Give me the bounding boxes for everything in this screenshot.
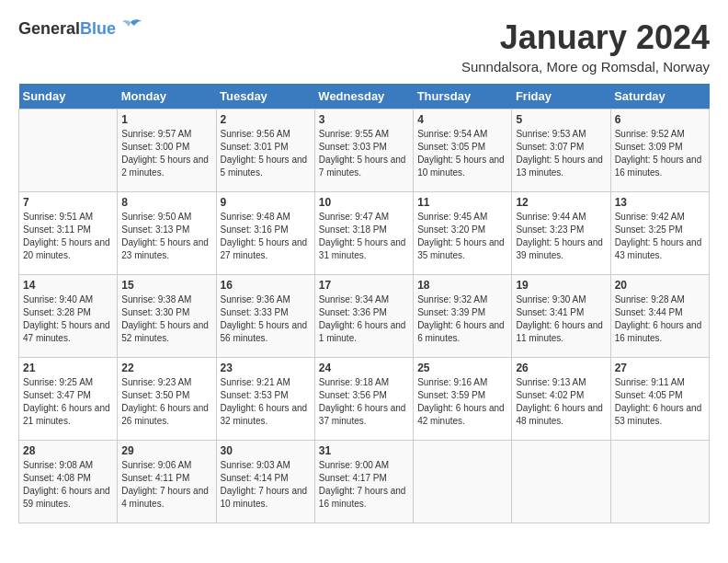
weekday-header-saturday: Saturday bbox=[610, 84, 709, 109]
day-number: 13 bbox=[615, 196, 705, 209]
day-number: 16 bbox=[221, 279, 311, 292]
calendar-cell: 20Sunrise: 9:28 AMSunset: 3:44 PMDayligh… bbox=[610, 275, 709, 358]
day-info: Sunrise: 9:50 AMSunset: 3:13 PMDaylight:… bbox=[121, 211, 211, 262]
day-info: Sunrise: 9:40 AMSunset: 3:28 PMDaylight:… bbox=[23, 293, 113, 345]
calendar-cell: 2Sunrise: 9:56 AMSunset: 3:01 PMDaylight… bbox=[216, 109, 314, 192]
calendar-cell: 8Sunrise: 9:50 AMSunset: 3:13 PMDaylight… bbox=[118, 192, 216, 275]
calendar-cell: 9Sunrise: 9:48 AMSunset: 3:16 PMDaylight… bbox=[216, 192, 314, 275]
day-number: 14 bbox=[23, 279, 113, 292]
calendar-cell: 1Sunrise: 9:57 AMSunset: 3:00 PMDaylight… bbox=[118, 109, 216, 192]
logo: General Blue bbox=[18, 18, 143, 39]
calendar-week-row: 7Sunrise: 9:51 AMSunset: 3:11 PMDaylight… bbox=[19, 192, 710, 275]
day-number: 25 bbox=[417, 362, 507, 374]
day-number: 3 bbox=[319, 113, 409, 126]
day-info: Sunrise: 9:45 AMSunset: 3:20 PMDaylight:… bbox=[417, 211, 507, 262]
day-info: Sunrise: 9:56 AMSunset: 3:01 PMDaylight:… bbox=[221, 128, 311, 179]
day-number: 24 bbox=[319, 362, 409, 374]
day-number: 15 bbox=[121, 279, 211, 292]
calendar-cell bbox=[414, 441, 512, 523]
calendar-week-row: 14Sunrise: 9:40 AMSunset: 3:28 PMDayligh… bbox=[19, 275, 710, 358]
calendar-cell: 10Sunrise: 9:47 AMSunset: 3:18 PMDayligh… bbox=[314, 192, 413, 275]
calendar-cell: 3Sunrise: 9:55 AMSunset: 3:03 PMDaylight… bbox=[314, 109, 413, 192]
day-number: 19 bbox=[516, 279, 606, 292]
day-number: 12 bbox=[516, 196, 606, 209]
day-info: Sunrise: 9:00 AMSunset: 4:17 PMDaylight:… bbox=[319, 459, 409, 511]
calendar-cell: 15Sunrise: 9:38 AMSunset: 3:30 PMDayligh… bbox=[118, 275, 216, 358]
calendar-cell: 13Sunrise: 9:42 AMSunset: 3:25 PMDayligh… bbox=[610, 192, 709, 275]
weekday-header-thursday: Thursday bbox=[414, 84, 512, 109]
day-info: Sunrise: 9:30 AMSunset: 3:41 PMDaylight:… bbox=[516, 293, 606, 345]
logo-general: General bbox=[18, 19, 80, 39]
day-info: Sunrise: 9:25 AMSunset: 3:47 PMDaylight:… bbox=[23, 376, 113, 428]
weekday-header-row: SundayMondayTuesdayWednesdayThursdayFrid… bbox=[19, 84, 710, 109]
day-info: Sunrise: 9:08 AMSunset: 4:08 PMDaylight:… bbox=[23, 459, 113, 511]
calendar-cell: 5Sunrise: 9:53 AMSunset: 3:07 PMDaylight… bbox=[512, 109, 610, 192]
day-number: 27 bbox=[615, 362, 705, 374]
day-info: Sunrise: 9:13 AMSunset: 4:02 PMDaylight:… bbox=[516, 376, 606, 428]
calendar-cell: 6Sunrise: 9:52 AMSunset: 3:09 PMDaylight… bbox=[610, 109, 709, 192]
day-number: 21 bbox=[23, 362, 113, 374]
weekday-header-friday: Friday bbox=[512, 84, 610, 109]
day-number: 5 bbox=[516, 113, 606, 126]
day-info: Sunrise: 9:42 AMSunset: 3:25 PMDaylight:… bbox=[615, 211, 705, 262]
day-number: 22 bbox=[121, 362, 211, 374]
calendar-cell: 22Sunrise: 9:23 AMSunset: 3:50 PMDayligh… bbox=[118, 358, 216, 441]
calendar-cell: 23Sunrise: 9:21 AMSunset: 3:53 PMDayligh… bbox=[216, 358, 314, 441]
calendar-cell: 17Sunrise: 9:34 AMSunset: 3:36 PMDayligh… bbox=[314, 275, 413, 358]
calendar-cell: 28Sunrise: 9:08 AMSunset: 4:08 PMDayligh… bbox=[19, 441, 118, 523]
calendar-cell bbox=[19, 109, 118, 192]
calendar-cell: 4Sunrise: 9:54 AMSunset: 3:05 PMDaylight… bbox=[414, 109, 512, 192]
day-info: Sunrise: 9:21 AMSunset: 3:53 PMDaylight:… bbox=[221, 376, 311, 428]
day-info: Sunrise: 9:51 AMSunset: 3:11 PMDaylight:… bbox=[23, 211, 113, 262]
day-number: 4 bbox=[417, 113, 507, 126]
day-info: Sunrise: 9:44 AMSunset: 3:23 PMDaylight:… bbox=[516, 211, 606, 262]
day-info: Sunrise: 9:48 AMSunset: 3:16 PMDaylight:… bbox=[221, 211, 311, 262]
calendar-cell: 7Sunrise: 9:51 AMSunset: 3:11 PMDaylight… bbox=[19, 192, 118, 275]
calendar-cell: 31Sunrise: 9:00 AMSunset: 4:17 PMDayligh… bbox=[314, 441, 413, 523]
calendar-cell bbox=[610, 441, 709, 523]
day-info: Sunrise: 9:03 AMSunset: 4:14 PMDaylight:… bbox=[221, 459, 311, 511]
weekday-header-wednesday: Wednesday bbox=[314, 84, 413, 109]
calendar-cell: 27Sunrise: 9:11 AMSunset: 4:05 PMDayligh… bbox=[610, 358, 709, 441]
calendar-cell: 25Sunrise: 9:16 AMSunset: 3:59 PMDayligh… bbox=[414, 358, 512, 441]
page-header: General Blue January 2024 Sunndalsora, M… bbox=[18, 18, 710, 75]
calendar-cell: 21Sunrise: 9:25 AMSunset: 3:47 PMDayligh… bbox=[19, 358, 118, 441]
day-number: 30 bbox=[221, 444, 311, 457]
month-title: January 2024 bbox=[461, 18, 710, 57]
day-number: 31 bbox=[319, 444, 409, 457]
calendar-cell: 11Sunrise: 9:45 AMSunset: 3:20 PMDayligh… bbox=[414, 192, 512, 275]
day-info: Sunrise: 9:28 AMSunset: 3:44 PMDaylight:… bbox=[615, 293, 705, 345]
calendar-cell: 24Sunrise: 9:18 AMSunset: 3:56 PMDayligh… bbox=[314, 358, 413, 441]
logo-bird-icon bbox=[118, 18, 143, 39]
day-number: 9 bbox=[221, 196, 311, 209]
calendar-week-row: 1Sunrise: 9:57 AMSunset: 3:00 PMDaylight… bbox=[19, 109, 710, 192]
day-number: 1 bbox=[121, 113, 211, 126]
day-info: Sunrise: 9:36 AMSunset: 3:33 PMDaylight:… bbox=[221, 293, 311, 345]
day-number: 11 bbox=[417, 196, 507, 209]
calendar-cell: 29Sunrise: 9:06 AMSunset: 4:11 PMDayligh… bbox=[118, 441, 216, 523]
day-number: 29 bbox=[121, 444, 211, 457]
day-number: 10 bbox=[319, 196, 409, 209]
calendar-cell: 26Sunrise: 9:13 AMSunset: 4:02 PMDayligh… bbox=[512, 358, 610, 441]
day-info: Sunrise: 9:57 AMSunset: 3:00 PMDaylight:… bbox=[121, 128, 211, 179]
day-info: Sunrise: 9:23 AMSunset: 3:50 PMDaylight:… bbox=[121, 376, 211, 428]
calendar-cell: 16Sunrise: 9:36 AMSunset: 3:33 PMDayligh… bbox=[216, 275, 314, 358]
day-number: 17 bbox=[319, 279, 409, 292]
calendar-cell: 14Sunrise: 9:40 AMSunset: 3:28 PMDayligh… bbox=[19, 275, 118, 358]
day-number: 2 bbox=[221, 113, 311, 126]
day-info: Sunrise: 9:06 AMSunset: 4:11 PMDaylight:… bbox=[121, 459, 211, 511]
day-number: 8 bbox=[121, 196, 211, 209]
calendar-cell: 18Sunrise: 9:32 AMSunset: 3:39 PMDayligh… bbox=[414, 275, 512, 358]
day-info: Sunrise: 9:11 AMSunset: 4:05 PMDaylight:… bbox=[615, 376, 705, 428]
day-info: Sunrise: 9:47 AMSunset: 3:18 PMDaylight:… bbox=[319, 211, 409, 262]
day-number: 20 bbox=[615, 279, 705, 292]
title-area: January 2024 Sunndalsora, More og Romsda… bbox=[461, 18, 710, 75]
day-number: 28 bbox=[23, 444, 113, 457]
day-number: 7 bbox=[23, 196, 113, 209]
calendar-week-row: 28Sunrise: 9:08 AMSunset: 4:08 PMDayligh… bbox=[19, 441, 710, 523]
day-info: Sunrise: 9:34 AMSunset: 3:36 PMDaylight:… bbox=[319, 293, 409, 345]
day-info: Sunrise: 9:54 AMSunset: 3:05 PMDaylight:… bbox=[417, 128, 507, 179]
weekday-header-monday: Monday bbox=[118, 84, 216, 109]
day-info: Sunrise: 9:16 AMSunset: 3:59 PMDaylight:… bbox=[417, 376, 507, 428]
day-info: Sunrise: 9:53 AMSunset: 3:07 PMDaylight:… bbox=[516, 128, 606, 179]
